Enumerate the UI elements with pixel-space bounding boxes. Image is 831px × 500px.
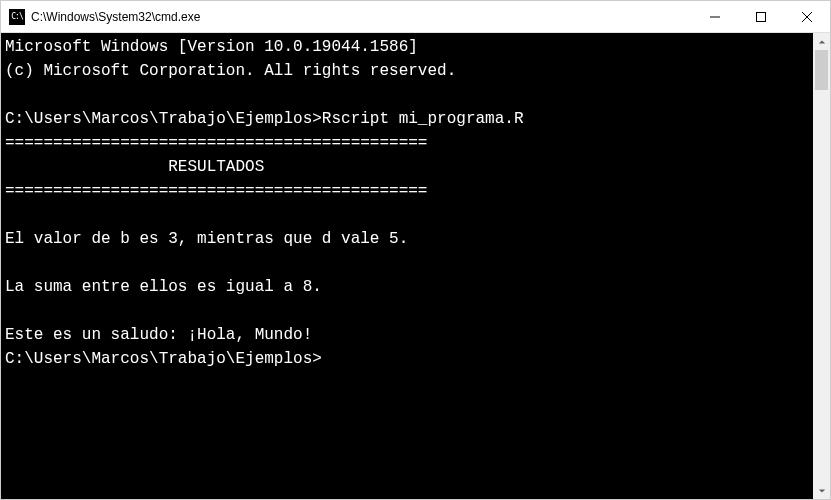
console-area: Microsoft Windows [Version 10.0.19044.15… [1,33,830,499]
cmd-window: C:\ C:\Windows\System32\cmd.exe Microsof… [0,0,831,500]
window-title: C:\Windows\System32\cmd.exe [31,10,200,24]
scrollbar-up-button[interactable] [813,33,830,50]
titlebar[interactable]: C:\ C:\Windows\System32\cmd.exe [1,1,830,33]
console-line: La suma entre ellos es igual a 8. [5,278,322,296]
console-output[interactable]: Microsoft Windows [Version 10.0.19044.15… [1,33,813,499]
console-line: El valor de b es 3, mientras que d vale … [5,230,408,248]
chevron-up-icon [818,38,826,46]
console-line: ========================================… [5,182,427,200]
console-line: RESULTADOS [5,158,264,176]
cmd-icon: C:\ [9,9,25,25]
console-line: ========================================… [5,134,427,152]
maximize-icon [756,12,766,22]
console-line: C:\Users\Marcos\Trabajo\Ejemplos>Rscript… [5,110,523,128]
chevron-down-icon [818,487,826,495]
window-controls [692,1,830,32]
console-prompt: C:\Users\Marcos\Trabajo\Ejemplos> [5,350,322,368]
console-line: (c) Microsoft Corporation. All rights re… [5,62,456,80]
scrollbar-track[interactable] [813,50,830,482]
console-line: Microsoft Windows [Version 10.0.19044.15… [5,38,418,56]
svg-rect-1 [757,12,766,21]
minimize-button[interactable] [692,1,738,32]
console-line: Este es un saludo: ¡Hola, Mundo! [5,326,312,344]
scrollbar-thumb[interactable] [815,50,828,90]
close-icon [802,12,812,22]
maximize-button[interactable] [738,1,784,32]
minimize-icon [710,12,720,22]
vertical-scrollbar[interactable] [813,33,830,499]
close-button[interactable] [784,1,830,32]
scrollbar-down-button[interactable] [813,482,830,499]
